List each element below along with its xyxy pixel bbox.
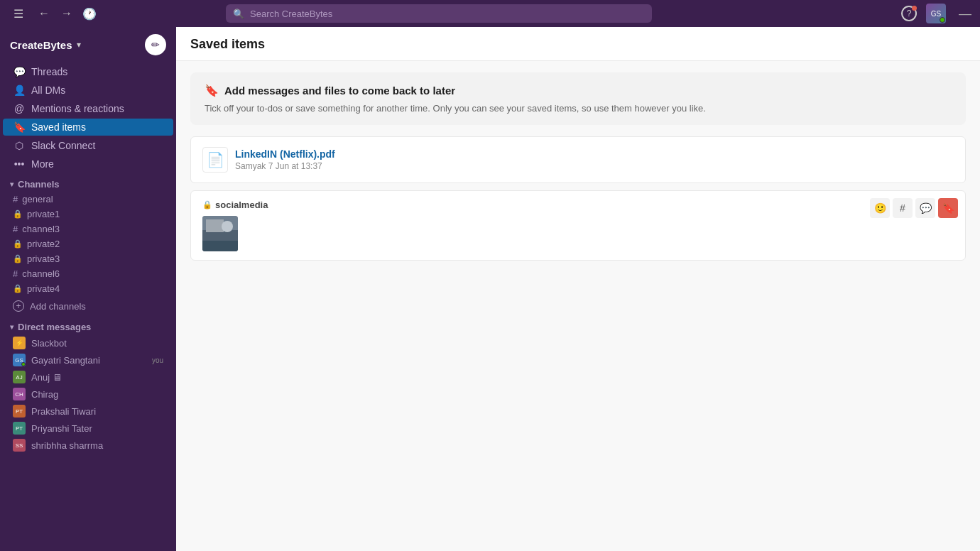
sidebar-item-more[interactable]: ••• More xyxy=(3,156,173,173)
channel-name-display: socialmedia xyxy=(215,200,268,210)
direct-messages-section-header[interactable]: ▾ Direct messages xyxy=(0,316,176,334)
help-button[interactable]: ? xyxy=(899,4,919,23)
content-body: 🔖 Add messages and files to come back to… xyxy=(176,61,980,551)
workspace-chevron: ▾ xyxy=(77,40,81,50)
pdf-icon: 📄 xyxy=(202,147,228,173)
saved-file-header: 📄 LinkedIN (Netflix).pdf Samyak 7 Jun at… xyxy=(202,147,954,173)
lock-icon-3: 🔒 xyxy=(13,254,23,263)
saved-items-label: Saved items xyxy=(31,121,163,133)
dm-avatar-shribhha: SS xyxy=(13,439,26,452)
thumb-inner xyxy=(202,216,238,251)
channel-item-2[interactable]: 🔒 private1 xyxy=(3,207,173,222)
dm-section-chevron: ▾ xyxy=(10,323,13,331)
sidebar-item-slack-connect[interactable]: ⬡ Slack Connect xyxy=(3,137,173,154)
file-date: 7 Jun at 13:37 xyxy=(268,161,322,171)
mentions-label: Mentions & reactions xyxy=(31,103,163,114)
dm-avatar-anuj: AJ xyxy=(13,371,26,383)
svg-point-3 xyxy=(222,221,233,232)
sidebar-item-threads[interactable]: 💬 Threads xyxy=(3,63,173,80)
topbar-right: ? GS — xyxy=(899,4,971,23)
bookmark-button[interactable]: 🔖 xyxy=(938,198,958,218)
dm-avatar-chirag: CH xyxy=(13,388,26,400)
dm-avatar-initials-shribhha: SS xyxy=(16,442,23,449)
sidebar: CreateBytes ▾ ✏ 💬 Threads 👤 All DMs @ Me… xyxy=(0,27,176,551)
channel-name-2: private1 xyxy=(27,209,60,219)
sidebar-item-mentions[interactable]: @ Mentions & reactions xyxy=(3,100,173,117)
channel-item-6[interactable]: # channel6 xyxy=(3,266,173,281)
banner-heading: Add messages and files to come back to l… xyxy=(224,84,455,97)
back-button[interactable]: ← xyxy=(34,4,54,23)
add-channels-label: Add channels xyxy=(30,301,86,312)
channel-name-3: channel3 xyxy=(22,224,60,234)
sidebar-item-saved-items[interactable]: 🔖 Saved items xyxy=(3,119,173,136)
workspace-header[interactable]: CreateBytes ▾ ✏ xyxy=(0,27,176,62)
forward-button[interactable]: → xyxy=(57,4,77,23)
dm-name-chirag: Chirag xyxy=(31,389,163,400)
dm-item-gayatri[interactable]: GS Gayatri Sangtani you xyxy=(3,351,173,369)
channel-name-5: private3 xyxy=(27,253,60,264)
channel-item-4[interactable]: 🔒 private2 xyxy=(3,236,173,251)
message-channel: 🔒 socialmedia xyxy=(202,200,954,210)
channel-item[interactable]: # general xyxy=(3,192,173,207)
channel-prefix-1: # xyxy=(13,194,18,204)
history-button[interactable]: 🕐 xyxy=(80,4,99,23)
channel-item-7[interactable]: 🔒 private4 xyxy=(3,281,173,296)
slack-connect-label: Slack Connect xyxy=(31,140,163,151)
channel-item-3[interactable]: # channel3 xyxy=(3,222,173,236)
user-avatar[interactable]: GS xyxy=(926,4,946,23)
minimize-button[interactable]: — xyxy=(959,6,971,21)
dm-item-slackbot[interactable]: ⚡ Slackbot xyxy=(3,334,173,351)
dm-item-chirag[interactable]: CH Chirag xyxy=(3,386,173,403)
dm-avatar-initials-priyanshi: PT xyxy=(16,425,23,432)
add-channels-item[interactable]: + Add channels xyxy=(3,298,173,315)
channels-section-header[interactable]: ▾ Channels xyxy=(0,173,176,192)
compose-button[interactable]: ✏ xyxy=(145,34,166,55)
dm-item-priyanshi[interactable]: PT Priyanshi Tater xyxy=(3,420,173,437)
search-input[interactable] xyxy=(250,9,645,19)
channels-chevron: ▾ xyxy=(10,180,13,188)
dm-item-anuj[interactable]: AJ Anuj 🖥 xyxy=(3,369,173,386)
pdf-icon-symbol: 📄 xyxy=(207,151,224,168)
dm-avatar-gayatri: GS xyxy=(13,354,26,366)
topbar-left: ☰ xyxy=(9,4,28,23)
saved-message-card: 🔒 socialmedia xyxy=(190,190,966,261)
dm-item-shribhha[interactable]: SS shribhha sharrma xyxy=(3,437,173,454)
message-actions: 🙂 # 💬 🔖 xyxy=(870,198,958,218)
page-title: Saved items xyxy=(190,37,265,51)
channel-prefix-3: # xyxy=(13,224,18,234)
emoji-reaction-button[interactable]: 🙂 xyxy=(870,198,890,218)
banner-title-container: 🔖 Add messages and files to come back to… xyxy=(205,84,952,97)
channel-name-1: general xyxy=(22,194,53,204)
saved-file-card: 📄 LinkedIN (Netflix).pdf Samyak 7 Jun at… xyxy=(190,136,966,183)
notification-dot xyxy=(912,6,917,11)
thumbnail-svg xyxy=(202,216,238,251)
dm-name-prakshali: Prakshali Tiwari xyxy=(31,406,163,417)
dm-item-prakshali[interactable]: PT Prakshali Tiwari xyxy=(3,403,173,420)
more-icon: ••• xyxy=(13,158,26,170)
sidebar-item-all-dms[interactable]: 👤 All DMs xyxy=(3,82,173,99)
compose-icon: ✏ xyxy=(151,39,160,50)
dm-avatar-icon-slackbot: ⚡ xyxy=(16,339,23,347)
file-name[interactable]: LinkedIN (Netflix).pdf xyxy=(235,148,954,160)
mentions-icon: @ xyxy=(13,103,26,114)
banner-subtitle: Tick off your to-dos or save something f… xyxy=(205,103,952,114)
message-image-thumbnail[interactable] xyxy=(202,216,238,251)
dm-name-slackbot: Slackbot xyxy=(31,338,163,349)
tag-button[interactable]: # xyxy=(893,198,913,218)
file-meta: Samyak 7 Jun at 13:37 xyxy=(235,161,954,171)
dm-avatar-priyanshi: PT xyxy=(13,422,26,435)
lock-icon-2: 🔒 xyxy=(13,239,23,249)
dm-avatar-initials-anuj: AJ xyxy=(16,374,22,381)
channels-section-label: Channels xyxy=(18,179,60,190)
reply-button[interactable]: 💬 xyxy=(915,198,935,218)
channel-item-5[interactable]: 🔒 private3 xyxy=(3,251,173,266)
dm-avatar-prakshali: PT xyxy=(13,405,26,418)
tag-icon: # xyxy=(900,202,905,214)
file-info: LinkedIN (Netflix).pdf Samyak 7 Jun at 1… xyxy=(235,148,954,171)
dm-name-priyanshi: Priyanshi Tater xyxy=(31,423,163,434)
dm-online-dot-gayatri xyxy=(21,362,26,366)
svg-rect-4 xyxy=(202,241,238,251)
menu-button[interactable]: ☰ xyxy=(9,4,28,23)
search-bar: 🔍 xyxy=(226,4,652,23)
workspace-name: CreateBytes xyxy=(10,39,72,51)
